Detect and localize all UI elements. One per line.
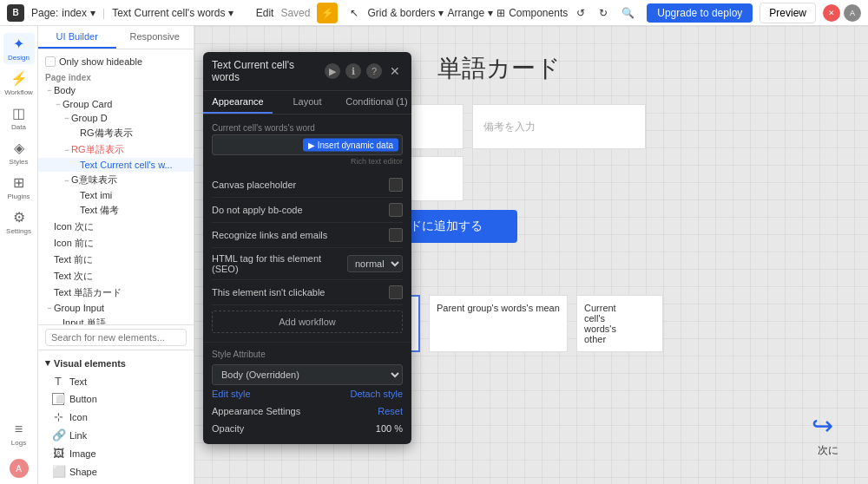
tree-item-rg-biko[interactable]: RG備考表示 — [38, 125, 194, 141]
play-icon[interactable]: ▶ — [325, 63, 340, 79]
sidebar-item-styles[interactable]: ◈ Styles — [3, 137, 35, 168]
float-panel-body: Current cell's words's word ▶ Insert dyn… — [203, 114, 411, 342]
cursor-tool[interactable]: ↖ — [345, 5, 364, 21]
reset-button[interactable]: Reset — [378, 406, 403, 416]
float-panel-header: Text Current cell's words ▶ ℹ ? ✕ — [203, 52, 411, 91]
element-chevron[interactable]: ▾ — [228, 7, 233, 19]
design-icon: ✦ — [13, 36, 24, 52]
float-tab-layout[interactable]: Layout — [273, 91, 342, 114]
style-section-title: Style Attribute — [212, 350, 403, 359]
chevron-down-icon: ▾ — [45, 357, 50, 369]
only-show-hideable-row: Only show hideable — [38, 53, 194, 70]
visual-item-icon[interactable]: ⊹ Icon — [38, 408, 194, 426]
sidebar-item-workflow[interactable]: ⚡ Workflow — [3, 68, 35, 99]
left-panel: UI Builder Responsive Only show hideable… — [38, 26, 194, 484]
no-bbcode-row: Do not apply bb-code — [212, 198, 403, 223]
style-attribute-section: Style Attribute Body (Overridden) Edit s… — [203, 342, 411, 444]
canvas-placeholder-row: Canvas placeholder — [212, 173, 403, 198]
user-avatar: ✕ — [823, 4, 840, 22]
recognize-links-checkbox[interactable] — [389, 228, 403, 242]
add-workflow-button[interactable]: Add workflow — [212, 311, 403, 333]
opacity-row: Opacity 100 % — [212, 420, 403, 437]
element-selector[interactable]: Text Current cell's words ▾ — [112, 7, 249, 19]
tree-item-text-tango-card[interactable]: Text 単語カード — [38, 285, 194, 301]
data-icon: ◫ — [12, 105, 25, 121]
sidebar-item-logs[interactable]: ≡ Logs — [3, 418, 35, 449]
canvas-area[interactable]: 単語カード 単語 備考を入力 意味 — [194, 26, 868, 484]
arrow-next-icon[interactable]: ↪ — [812, 410, 833, 441]
shape-icon: ⬜ — [52, 465, 64, 478]
undo-button[interactable]: ↺ — [571, 5, 590, 21]
sidebar-item-user[interactable]: A — [3, 453, 35, 484]
no-bbcode-checkbox[interactable] — [389, 203, 403, 217]
arrange-dropdown[interactable]: Arrange▾ — [447, 7, 493, 19]
html-tag-select[interactable]: normal — [347, 255, 403, 272]
tab-responsive[interactable]: Responsive — [116, 26, 194, 49]
sidebar-item-data[interactable]: ◫ Data — [3, 102, 35, 134]
tree-item-text-tsugi[interactable]: Text 次に — [38, 268, 194, 285]
tree-item-text-mae[interactable]: Text 前に — [38, 252, 194, 268]
page-selector[interactable]: Page: index ▾ — [31, 7, 95, 19]
tab-ui-builder[interactable]: UI Builder — [38, 26, 116, 49]
float-tab-conditional[interactable]: Conditional (1) — [342, 91, 411, 114]
tree-item-group-card[interactable]: − Group Card — [38, 97, 194, 111]
sidebar-item-settings[interactable]: ⚙ Settings — [3, 206, 35, 238]
tree-item-group-input[interactable]: − Group Input — [38, 301, 194, 315]
bottom-card-parent: Parent group's words's mean — [429, 295, 568, 352]
tree-item-input-tango[interactable]: Input 単語 — [38, 315, 194, 324]
redo-button[interactable]: ↻ — [594, 5, 613, 21]
text-icon: T — [52, 375, 64, 388]
image-icon: 🖼 — [52, 447, 64, 460]
visual-item-image[interactable]: 🖼 Image — [38, 444, 194, 462]
components-dropdown[interactable]: ⊞Components — [496, 7, 568, 19]
tree-item-icon-next[interactable]: Icon 次に — [38, 219, 194, 235]
sidebar-item-design[interactable]: ✦ Design — [3, 33, 35, 64]
tree-item-body[interactable]: − Body — [38, 83, 194, 97]
recognize-links-row: Recognize links and emails — [212, 223, 403, 248]
tree-item-text-current[interactable]: Text Current cell's w... — [38, 158, 194, 172]
saved-label: Saved — [280, 7, 310, 19]
workflow-icon: ⚡ — [10, 70, 28, 87]
visual-item-shape[interactable]: ⬜ Shape — [38, 462, 194, 481]
preview-button[interactable]: Preview — [760, 3, 816, 23]
help-icon[interactable]: ? — [366, 63, 382, 79]
tree-item-text-biko[interactable]: Text 備考 — [38, 202, 194, 219]
tree-item-icon-prev[interactable]: Icon 前に — [38, 235, 194, 252]
button-icon: ⬜ — [52, 393, 64, 405]
visual-item-link[interactable]: 🔗 Link — [38, 426, 194, 444]
sidebar-item-plugins[interactable]: ⊞ Plugins — [3, 172, 35, 203]
upgrade-button[interactable]: Upgrade to deploy — [647, 3, 753, 23]
search-button[interactable]: 🔍 — [616, 5, 640, 21]
edit-style-link[interactable]: Edit style — [212, 389, 251, 399]
tree-item-rg-tango[interactable]: − RG単語表示 — [38, 141, 194, 158]
canvas-placeholder-checkbox[interactable] — [389, 178, 403, 192]
not-clickable-checkbox[interactable] — [389, 285, 403, 299]
detach-style-link[interactable]: Detach style — [350, 389, 403, 399]
page-chevron[interactable]: ▾ — [90, 7, 95, 19]
edit-label: Edit — [256, 7, 274, 19]
visual-elements-header[interactable]: ▾ Visual elements — [38, 354, 194, 372]
float-tab-appearance[interactable]: Appearance — [203, 91, 273, 114]
html-tag-row: HTML tag for this element (SEO) normal — [212, 248, 403, 280]
float-panel-tabs: Appearance Layout Conditional (1) — [203, 91, 411, 114]
visual-item-text[interactable]: T Text — [38, 372, 194, 390]
canvas-title: 単語カード — [437, 52, 561, 85]
close-icon[interactable]: ✕ — [387, 63, 403, 79]
main-area: ✦ Design ⚡ Workflow ◫ Data ◈ Styles ⊞ Pl… — [0, 26, 868, 484]
search-elements-input[interactable] — [45, 329, 187, 346]
next-text-label: 次に — [818, 443, 838, 458]
info-icon[interactable]: ℹ — [345, 63, 361, 79]
insert-dynamic-button[interactable]: ▶ Insert dynamic data — [303, 139, 398, 152]
tree-item-group-d[interactable]: − Group D — [38, 111, 194, 125]
body-overridden-select[interactable]: Body (Overridden) — [212, 364, 403, 385]
not-clickable-row: This element isn't clickable — [212, 280, 403, 305]
visual-item-button[interactable]: ⬜ Button — [38, 390, 194, 408]
user-profile-icon: A — [10, 459, 29, 478]
float-panel: Text Current cell's words ▶ ℹ ? ✕ Appear… — [203, 52, 411, 444]
grid-borders-dropdown[interactable]: Grid & borders▾ — [367, 7, 444, 19]
備考-input-box: 備考を入力 — [472, 104, 646, 149]
tree-item-text-imi[interactable]: Text imi — [38, 188, 194, 202]
hideable-checkbox[interactable] — [45, 56, 56, 67]
field-current-words: Current cell's words's word ▶ Insert dyn… — [212, 123, 403, 166]
tree-item-g-imi[interactable]: − G意味表示 — [38, 172, 194, 188]
